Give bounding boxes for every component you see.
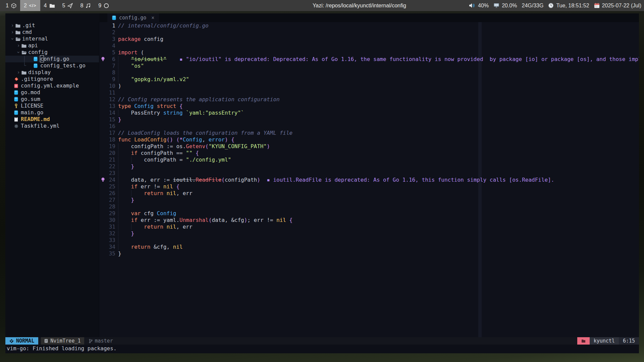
workspace-9[interactable]: 9	[95, 0, 113, 11]
close-icon[interactable]: ×	[151, 13, 154, 22]
tree-item-label: go.mod	[21, 89, 40, 96]
tree-item-main.go[interactable]: main.go	[5, 109, 99, 116]
token-yel: nil	[167, 190, 176, 196]
tree-item-label: config.yml.example	[21, 82, 79, 89]
line-number: 5	[107, 49, 118, 56]
code-line-28[interactable]: 28	[99, 203, 639, 210]
project-folder-icon	[581, 339, 586, 343]
tree-item-config[interactable]: ›config	[5, 49, 99, 56]
tree-item-LICENSE[interactable]: LICENSE	[5, 103, 99, 109]
tree-item-api[interactable]: ›api	[5, 42, 99, 49]
code-line-21[interactable]: 21 configPath = "./config.yml"	[99, 156, 639, 163]
code-line-23[interactable]: 23	[99, 170, 639, 176]
token-txt: }	[118, 250, 121, 257]
token-txt: data, &cfg	[212, 217, 244, 223]
chevron-right-icon[interactable]: ›	[9, 22, 15, 29]
code-line-33[interactable]: 33	[99, 237, 639, 243]
clock-indicator[interactable]: Tue, 18:51:52	[548, 3, 589, 9]
code-line-30[interactable]: 30 if err := yaml.Unmarshal(data, &cfg);…	[99, 217, 639, 223]
code-text	[118, 237, 131, 243]
tree-item-cmd[interactable]: ›cmd	[5, 29, 99, 36]
token-ig	[118, 203, 131, 210]
code-line-10[interactable]: 10)	[99, 82, 639, 89]
code-line-29[interactable]: 29 var cfg Config	[99, 210, 639, 217]
line-number: 8	[107, 69, 118, 76]
code-line-4[interactable]: 4	[99, 42, 639, 49]
token-kw2: struct	[157, 103, 176, 109]
command-line[interactable]: vim-go: Finished loading packages.	[5, 345, 639, 353]
workspace-1[interactable]: 1	[2, 0, 20, 11]
tree-item-.git[interactable]: ›.git	[5, 22, 99, 29]
code-line-15[interactable]: 15}	[99, 116, 639, 123]
code-line-9[interactable]: 9 "gopkg.in/yaml.v2"	[99, 76, 639, 82]
code-line-6[interactable]: 6 "io/ioutil" ▪ "io/ioutil" is deprecate…	[99, 56, 639, 62]
line-number: 6	[107, 56, 118, 62]
code-line-11[interactable]: 11	[99, 89, 639, 96]
code-line-2[interactable]: 2	[99, 29, 639, 36]
code-line-1[interactable]: 1// internal/config/config.go	[99, 22, 639, 29]
workspace-2-active[interactable]: 2</>	[20, 0, 40, 11]
volume-indicator[interactable]: 40%	[469, 3, 489, 9]
code-line-7[interactable]: 7 "os"	[99, 62, 639, 69]
code-text: )	[118, 83, 121, 89]
date-indicator[interactable]: 2025-07-22 (Jul)	[594, 3, 641, 9]
chevron-right-icon[interactable]: ›	[15, 42, 21, 49]
code-line-13[interactable]: 13type Config struct {	[99, 103, 639, 109]
code-line-31[interactable]: 31 return nil, err	[99, 223, 639, 230]
tree-item-display[interactable]: ›display	[5, 69, 99, 76]
code-line-32[interactable]: 32 }	[99, 230, 639, 237]
code-line-14[interactable]: 14 PassEntry string `yaml:"passEntry"`	[99, 109, 639, 116]
code-line-24[interactable]: 24 data, err := ioutil.ReadFile(configPa…	[99, 176, 639, 183]
chevron-right-icon[interactable]: ›	[9, 29, 15, 36]
code-line-18[interactable]: 18func LoadConfig() (*Config, error) {	[99, 136, 639, 143]
tree-item-go.sum[interactable]: go.sum	[5, 96, 99, 103]
tab-config-go[interactable]: config.go ×	[107, 13, 159, 22]
code-line-35[interactable]: 35}	[99, 250, 639, 257]
tree-item-config_test.go[interactable]: └config_test.go	[5, 62, 99, 69]
tree-item-.gitignore[interactable]: .gitignore	[5, 76, 99, 82]
code-line-8[interactable]: 8	[99, 69, 639, 76]
branch-label: master	[95, 338, 113, 344]
cpu-indicator[interactable]: 20.0%	[493, 3, 517, 9]
code-line-3[interactable]: 3package config	[99, 36, 639, 42]
code-line-26[interactable]: 26 return nil, err	[99, 190, 639, 196]
lightbulb-icon[interactable]	[99, 177, 107, 182]
workspace-5[interactable]: 5	[59, 0, 77, 11]
code-line-22[interactable]: 22 }	[99, 163, 639, 170]
chevron-down-icon[interactable]: ›	[9, 36, 16, 42]
token-pun: (*	[176, 136, 182, 143]
code-line-5[interactable]: 5import (	[99, 49, 639, 56]
chevron-down-icon[interactable]: ›	[15, 49, 22, 55]
tree-item-go.mod[interactable]: go.mod	[5, 89, 99, 96]
tree-item-label: cmd	[22, 29, 32, 36]
code-line-34[interactable]: 34 return &cfg, nil	[99, 243, 639, 250]
workspace-4[interactable]: 4	[40, 0, 59, 11]
tree-item-internal[interactable]: ›internal	[5, 36, 99, 42]
token-ig	[118, 177, 131, 183]
code-line-25[interactable]: 25 if err != nil {	[99, 183, 639, 190]
code-line-27[interactable]: 27 }	[99, 196, 639, 203]
token-cmt: // internal/config/config.go	[118, 22, 209, 29]
tree-item-README.md[interactable]: README.md	[5, 116, 99, 123]
code-line-20[interactable]: 20 if configPath == "" {	[99, 149, 639, 156]
memory-value: 24G/33G	[522, 3, 544, 9]
git-icon	[14, 77, 21, 81]
workspace-8[interactable]: 8	[76, 0, 95, 11]
code-line-19[interactable]: 19 configPath := os.Getenv("KYUN_CONFIG_…	[99, 143, 639, 149]
token-pun: {	[231, 136, 234, 143]
tree-item-config.yml.example[interactable]: config.yml.example	[5, 82, 99, 89]
token-str: "./config.yml"	[186, 157, 231, 163]
token-meth: Unmarshal	[179, 217, 209, 223]
code-line-17[interactable]: 17// LoadConfig loads the configuration …	[99, 129, 639, 136]
line-number: 13	[107, 103, 118, 109]
lightbulb-icon[interactable]	[99, 57, 107, 61]
tree-item-Taskfile.yml[interactable]: Taskfile.yml	[5, 123, 99, 129]
token-delw: ioutil.	[173, 177, 196, 183]
tree-item-config.go[interactable]: │config.go	[5, 56, 99, 62]
code-line-16[interactable]: 16	[99, 123, 639, 129]
chevron-right-icon[interactable]: ›	[15, 69, 21, 76]
tree-item-label: internal	[22, 36, 48, 42]
code-line-12[interactable]: 12// Config represents the application c…	[99, 96, 639, 103]
editor-panel[interactable]: 1// internal/config/config.go23package c…	[99, 22, 639, 337]
code-text: // LoadConfig loads the configuration fr…	[118, 130, 292, 136]
